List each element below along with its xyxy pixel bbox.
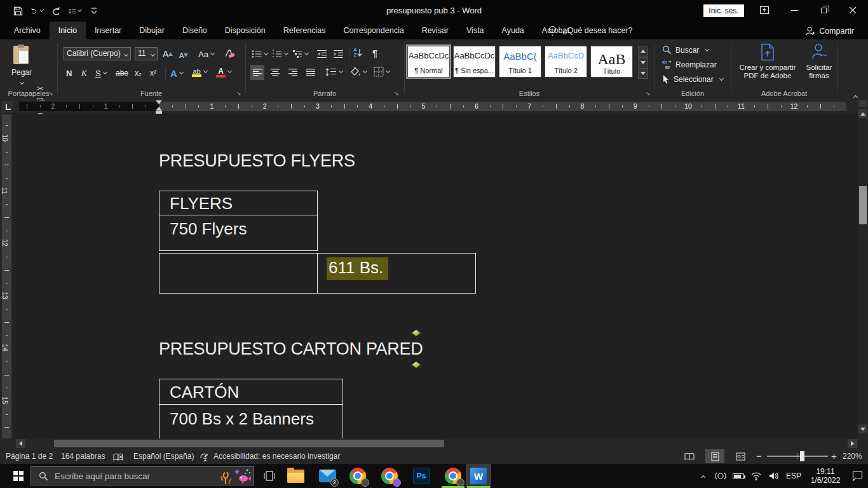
tab-referencias[interactable]: Referencias xyxy=(275,22,335,39)
table-cell[interactable]: 611 Bs. xyxy=(318,254,475,293)
style-card-3[interactable]: AaBbCcDTítulo 2 xyxy=(545,46,587,78)
carton-table[interactable]: CARTÓN 700 Bs x 2 Banners xyxy=(159,379,343,438)
hidden-icons-chevron[interactable] xyxy=(694,464,712,488)
h-ruler[interactable]: 21123456789101112 xyxy=(13,100,858,113)
minimize-button[interactable] xyxy=(780,0,808,20)
font-name-combo[interactable]: Calibri (Cuerpo) xyxy=(64,47,131,60)
replace-button[interactable]: abac Reemplazar xyxy=(662,60,717,69)
read-mode-icon[interactable] xyxy=(680,449,699,463)
font-size-combo[interactable]: 11 xyxy=(135,47,158,60)
wifi-icon[interactable] xyxy=(747,464,765,488)
shading-button[interactable] xyxy=(349,65,367,79)
action-center-icon[interactable] xyxy=(846,464,868,488)
font-dialog-launcher-icon[interactable]: ↘ xyxy=(236,90,243,97)
scroll-down-icon[interactable] xyxy=(858,424,867,433)
zoom-in-button[interactable]: + xyxy=(831,449,837,464)
paragraph-dialog-launcher-icon[interactable]: ↘ xyxy=(394,90,400,97)
justify-button[interactable] xyxy=(304,65,318,80)
accessibility-status[interactable]: Accesibilidad: es necesario investigar xyxy=(214,449,340,464)
tab-diseno[interactable]: Diseño xyxy=(173,22,216,39)
hanging-indent-marker[interactable] xyxy=(156,107,162,111)
table-cell[interactable]: CARTÓN xyxy=(159,379,342,405)
align-right-button[interactable] xyxy=(286,65,300,80)
clear-formatting-icon[interactable] xyxy=(224,47,235,61)
tab-insertar[interactable]: Insertar xyxy=(86,22,130,39)
clock[interactable]: 19:111/6/2022 xyxy=(804,464,846,488)
italic-button[interactable]: K xyxy=(81,66,87,80)
table-cell-empty[interactable] xyxy=(159,254,318,293)
styles-more-icon[interactable] xyxy=(638,68,648,79)
first-line-indent-marker[interactable] xyxy=(156,100,162,104)
tell-me-box[interactable]: ¿Qué desea hacer? xyxy=(548,22,633,39)
vertical-scrollbar[interactable] xyxy=(858,98,868,438)
style-card-4[interactable]: AaBTítulo xyxy=(590,46,633,78)
align-left-button[interactable] xyxy=(250,65,264,80)
left-indent-marker[interactable] xyxy=(156,111,162,114)
highlight-color-button[interactable]: ab xyxy=(192,65,207,79)
styles-scroll-up-icon[interactable] xyxy=(638,46,648,57)
scroll-split-handle[interactable] xyxy=(858,100,867,107)
zoom-slider-thumb[interactable] xyxy=(800,451,804,461)
align-center-button[interactable] xyxy=(268,65,282,80)
table-cell[interactable]: 700 Bs x 2 Banners xyxy=(159,405,342,438)
chrome-icon-running[interactable] xyxy=(440,464,466,488)
line-paragraph-spacing-button[interactable] xyxy=(325,65,342,79)
styles-scroll-down-icon[interactable] xyxy=(638,57,648,68)
vertical-scroll-thumb[interactable] xyxy=(859,186,867,224)
volume-icon[interactable] xyxy=(765,464,783,488)
numbering-button[interactable] xyxy=(272,47,288,61)
taskbar-search[interactable]: Escribe aquí para buscar xyxy=(31,466,254,485)
grammar-gem-icon[interactable] xyxy=(412,330,421,336)
word-count[interactable]: 164 palabras xyxy=(61,449,105,464)
strikethrough-button[interactable]: abe xyxy=(116,66,128,80)
highlighted-price[interactable]: 611 Bs. xyxy=(327,257,388,280)
doc-heading-1[interactable]: PRESUPUESTO FLYERS xyxy=(159,151,355,171)
grow-font-button[interactable]: A xyxy=(163,47,173,61)
collapse-ribbon-icon[interactable] xyxy=(854,92,857,100)
tab-correspondencia[interactable]: Correspondencia xyxy=(334,22,412,39)
style-card-1[interactable]: AaBbCcDc¶ Sin espa... xyxy=(453,46,496,78)
increase-indent-button[interactable] xyxy=(333,47,344,61)
meet-now-icon[interactable] xyxy=(712,464,729,488)
doc-heading-2[interactable]: PRESUPUESTO CARTON PARED xyxy=(159,339,423,359)
tab-dibujar[interactable]: Dibujar xyxy=(130,22,173,39)
style-card-0[interactable]: AaBbCcDc¶ Normal xyxy=(407,46,450,78)
sort-button[interactable]: AZ xyxy=(353,46,362,60)
battery-icon[interactable] xyxy=(729,464,747,488)
close-button[interactable] xyxy=(839,0,867,20)
zoom-slider-track[interactable] xyxy=(767,456,828,457)
task-view-button[interactable] xyxy=(257,464,282,488)
scroll-right-icon[interactable] xyxy=(848,439,857,448)
tab-ayuda[interactable]: Ayuda xyxy=(493,22,533,39)
zoom-level[interactable]: 220% xyxy=(843,449,862,464)
chrome-icon[interactable] xyxy=(345,464,370,488)
show-marks-button[interactable]: ¶ xyxy=(372,46,377,60)
page-indicator[interactable]: Página 1 de 2 xyxy=(6,449,53,464)
clipboard-dialog-launcher-icon[interactable]: ↘ xyxy=(48,90,55,97)
word-taskbar-icon[interactable]: W xyxy=(466,464,491,488)
bullets-button[interactable] xyxy=(252,47,268,61)
subscript-button[interactable]: x₂ xyxy=(135,66,142,80)
zoom-out-button[interactable]: − xyxy=(756,449,762,464)
table-cell[interactable]: 750 Flyers xyxy=(159,215,317,251)
find-button[interactable]: Buscar xyxy=(662,45,709,55)
document-canvas[interactable]: PRESUPUESTO FLYERS FLYERS 750 Flyers 611… xyxy=(13,114,858,438)
keyboard-language[interactable]: ESP xyxy=(783,464,804,488)
language-indicator[interactable]: Español (España) xyxy=(133,449,194,464)
tab-inicio[interactable]: Inicio xyxy=(50,22,86,39)
tab-vista[interactable]: Vista xyxy=(458,22,493,39)
start-button[interactable] xyxy=(6,464,31,488)
mail-icon[interactable]: 2 xyxy=(315,464,340,488)
print-layout-icon[interactable] xyxy=(705,449,724,463)
grammar-gem-icon[interactable] xyxy=(412,362,421,368)
horizontal-scrollbar[interactable] xyxy=(0,438,868,449)
tab-archivo[interactable]: Archivo xyxy=(5,22,50,39)
request-signatures-button[interactable]: Solicitar firmas xyxy=(802,43,836,80)
scroll-left-icon[interactable] xyxy=(16,439,25,448)
create-pdf-button[interactable]: Crear y compartir PDF de Adobe xyxy=(735,43,801,80)
file-explorer-icon[interactable] xyxy=(283,464,308,488)
v-ruler[interactable]: 101112131415 xyxy=(0,114,13,438)
sign-in-button[interactable]: Inic. ses. xyxy=(703,4,744,17)
underline-button[interactable]: S xyxy=(95,66,107,80)
paste-button[interactable]: Pegar xyxy=(8,44,36,86)
